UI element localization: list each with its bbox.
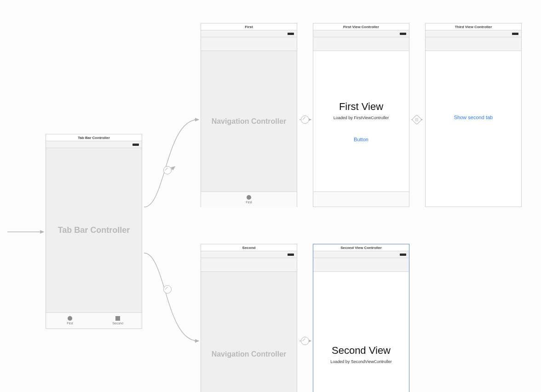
bottom-placeholder [313,191,409,206]
navigation-bar [313,37,409,51]
scene-second-view-controller[interactable]: Second View Controller Second View Loade… [313,244,409,392]
tab-label: Second [112,322,123,325]
subtitle-label: Loaded by SecondViewController [330,359,391,364]
scene-title: First [201,23,297,30]
status-bar [426,30,521,37]
placeholder-label: Tab Bar Controller [58,225,130,235]
segue-show-icon[interactable]: ⊟ [412,115,422,125]
status-bar [201,251,297,258]
heading-label: First View [339,101,383,113]
status-bar [313,30,409,37]
navigation-bar [201,258,297,272]
scene-nav-controller-first[interactable]: First Navigation Controller First [201,23,297,207]
scene-first-view-controller[interactable]: First View Controller First View Loaded … [313,23,409,207]
circle-icon [247,195,251,200]
scene-title: Second View Controller [313,244,409,251]
status-bar [46,141,142,148]
show-second-tab-button[interactable]: Show second tab [454,115,493,120]
placeholder-label: Navigation Controller [212,117,287,126]
scene-title: First View Controller [313,23,409,30]
scene-third-view-controller[interactable]: Third View Controller Show second tab [425,23,522,207]
tab-item-first[interactable]: First [46,313,94,328]
tab-label: First [67,322,73,325]
tab-item-first[interactable]: First [201,192,297,207]
segue-root-icon[interactable] [301,115,309,124]
navigation-bar [426,37,521,51]
scene-title: Tab Bar Controller [46,134,142,141]
status-bar [201,30,297,37]
tab-item-second[interactable]: Second [94,313,142,328]
heading-label: Second View [332,345,391,357]
status-bar [313,251,409,258]
segue-relationship-icon[interactable] [163,166,172,174]
scene-title: Second [201,244,297,251]
navigation-bar [313,258,409,272]
tab-label: First [246,201,252,204]
placeholder-label: Navigation Controller [212,350,287,358]
scene-tab-bar-controller[interactable]: Tab Bar Controller Tab Bar Controller Fi… [46,134,142,329]
tab-bar: First [201,191,297,207]
subtitle-label: Loaded by FirstViewController [334,115,389,120]
scene-nav-controller-second[interactable]: Second Navigation Controller [201,244,297,392]
tab-bar: First Second [46,312,142,328]
circle-icon [68,316,72,321]
navigation-bar [201,37,297,51]
square-icon [115,316,120,321]
scene-title: Third View Controller [426,23,521,30]
storyboard-canvas[interactable]: ⊟ Tab Bar Controller Tab Bar Controller … [0,0,541,392]
segue-root-icon[interactable] [301,337,309,345]
segue-relationship-icon[interactable] [163,285,172,294]
button[interactable]: Button [354,137,368,142]
